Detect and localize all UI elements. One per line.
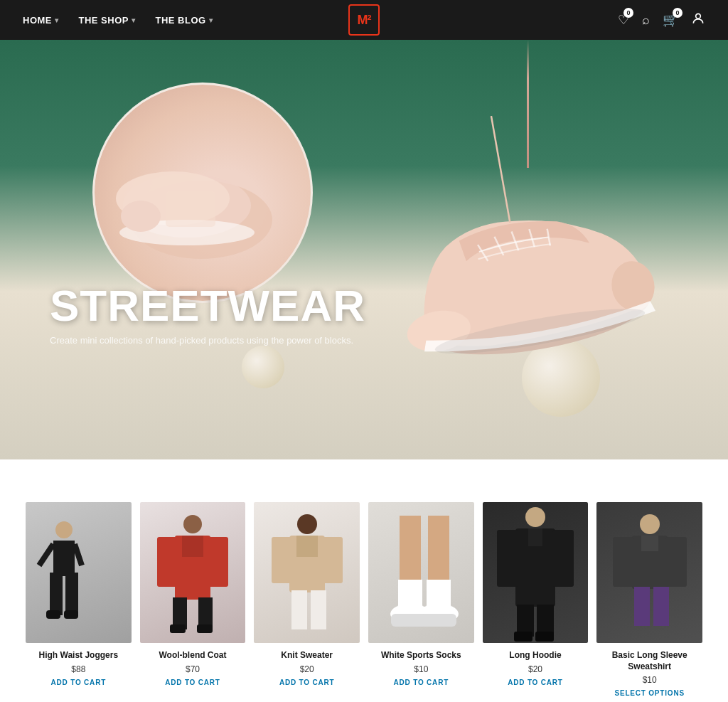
svg-rect-66 (613, 537, 634, 587)
chevron-down-icon: ▾ (55, 16, 59, 24)
add-to-cart-button[interactable]: ADD TO CART (508, 679, 563, 686)
product-image (483, 502, 589, 643)
svg-point-34 (297, 514, 317, 534)
logo-box: M² (348, 4, 380, 36)
svg-rect-57 (514, 632, 532, 642)
product-card: Knit Sweater $20 ADD TO CART (254, 502, 360, 697)
svg-rect-22 (64, 610, 78, 619)
product-card: White Sports Socks $10 ADD TO CART (368, 502, 474, 697)
hero-sphere-small (242, 346, 284, 388)
navbar: HOME ▾ THE SHOP ▾ THE BLOG ▾ M² ♡ 0 ⌕ 🛒 … (0, 0, 728, 40)
svg-line-23 (39, 544, 53, 565)
products-grid: High Waist Joggers $88 ADD TO CART Wool-… (26, 502, 702, 697)
svg-rect-39 (272, 537, 291, 583)
nav-left: HOME ▾ THE SHOP ▾ THE BLOG ▾ (23, 15, 213, 26)
product-card: High Waist Joggers $88 ADD TO CART (26, 502, 132, 697)
product-image (254, 502, 360, 643)
svg-rect-59 (497, 530, 518, 587)
svg-point-17 (55, 521, 73, 538)
svg-rect-37 (291, 590, 307, 629)
product-price: $20 (528, 664, 542, 674)
svg-rect-20 (65, 573, 78, 615)
svg-rect-38 (311, 590, 326, 629)
hero-section: STREETWEAR Create mini collections of ha… (0, 40, 728, 459)
svg-rect-30 (170, 624, 186, 633)
nav-shop[interactable]: THE SHOP ▾ (79, 15, 136, 26)
svg-line-24 (75, 544, 82, 565)
svg-rect-21 (46, 610, 60, 619)
product-image (596, 502, 702, 643)
chevron-down-icon: ▾ (209, 16, 213, 24)
svg-rect-51 (419, 614, 456, 627)
svg-line-15 (491, 116, 510, 223)
svg-rect-33 (208, 537, 228, 587)
hero-circle-zoom (92, 83, 313, 303)
product-price: $88 (71, 664, 85, 674)
svg-rect-45 (428, 516, 449, 587)
product-price: $10 (643, 675, 657, 685)
product-name: White Sports Socks (381, 650, 461, 661)
svg-rect-32 (157, 537, 177, 587)
nav-right: ♡ 0 ⌕ 🛒 0 (618, 11, 705, 29)
svg-rect-54 (528, 528, 542, 546)
add-to-cart-button[interactable]: ADD TO CART (279, 679, 335, 686)
logo[interactable]: M² (348, 4, 380, 36)
product-name: High Waist Joggers (39, 650, 119, 661)
product-image (368, 502, 474, 643)
svg-rect-67 (665, 537, 687, 587)
wishlist-badge: 0 (623, 8, 633, 18)
svg-rect-6 (166, 191, 215, 227)
product-card: Long Hoodie $20 ADD TO CART (483, 502, 589, 697)
svg-point-5 (121, 201, 161, 232)
product-price: $70 (186, 664, 200, 674)
search-icon[interactable]: ⌕ (642, 13, 650, 28)
nav-blog[interactable]: THE BLOG ▾ (155, 15, 213, 26)
svg-rect-36 (296, 536, 318, 557)
product-name: Wool-blend Coat (159, 650, 226, 661)
svg-point-25 (183, 515, 202, 533)
cart-icon[interactable]: 🛒 0 (663, 12, 678, 28)
cart-badge: 0 (673, 8, 682, 18)
svg-rect-27 (182, 536, 203, 557)
svg-rect-60 (552, 530, 574, 587)
select-options-button[interactable]: SELECT OPTIONS (614, 689, 684, 697)
svg-rect-65 (653, 587, 669, 626)
product-image (26, 502, 132, 643)
product-price: $20 (300, 664, 314, 674)
product-card: Wool-blend Coat $70 ADD TO CART (140, 502, 246, 697)
nav-home[interactable]: HOME ▾ (23, 15, 59, 26)
hero-shoe-main (351, 97, 671, 403)
svg-rect-64 (634, 587, 650, 626)
add-to-cart-button[interactable]: ADD TO CART (51, 679, 107, 686)
wishlist-icon[interactable]: ♡ 0 (618, 12, 629, 28)
product-image (140, 502, 246, 643)
hero-subtitle: Create mini collections of hand-picked p… (50, 335, 365, 346)
user-icon[interactable] (691, 11, 705, 29)
products-section: High Waist Joggers $88 ADD TO CART Wool-… (0, 459, 728, 702)
product-card: Basic Long Sleeve Sweatshirt $10 SELECT … (596, 502, 702, 697)
svg-point-0 (696, 14, 701, 18)
svg-rect-40 (323, 537, 343, 583)
product-name: Long Hoodie (509, 650, 561, 661)
chevron-down-icon: ▾ (132, 16, 136, 24)
add-to-cart-button[interactable]: ADD TO CART (165, 679, 220, 686)
svg-point-52 (525, 507, 545, 527)
add-to-cart-button[interactable]: ADD TO CART (394, 679, 449, 686)
shoe-zoom-inner (95, 85, 311, 301)
product-name: Basic Long Sleeve Sweatshirt (596, 650, 702, 672)
svg-rect-18 (53, 541, 75, 576)
svg-rect-58 (535, 632, 554, 642)
hero-title: STREETWEAR (50, 284, 365, 328)
svg-rect-63 (641, 536, 658, 551)
svg-rect-19 (50, 573, 63, 615)
svg-rect-31 (197, 624, 213, 633)
hero-text: STREETWEAR Create mini collections of ha… (50, 284, 365, 346)
svg-point-61 (640, 514, 660, 534)
svg-rect-44 (400, 516, 421, 587)
product-price: $10 (414, 664, 428, 674)
product-name: Knit Sweater (281, 650, 333, 661)
